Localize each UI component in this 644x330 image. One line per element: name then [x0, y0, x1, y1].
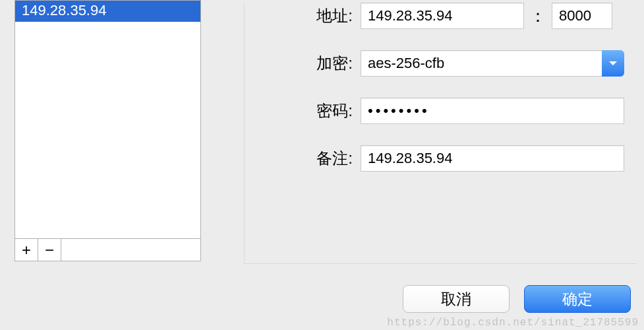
remove-server-button[interactable]: − [38, 239, 61, 261]
address-port-separator: ： [524, 5, 552, 28]
password-label: 密码: [301, 100, 361, 121]
address-label: 地址: [301, 5, 361, 26]
encryption-label: 加密: [301, 53, 361, 74]
password-input[interactable] [361, 98, 624, 124]
server-list-item[interactable]: 149.28.35.94 [15, 1, 200, 22]
address-row: 地址: ： [301, 3, 637, 29]
remark-input[interactable] [361, 145, 624, 172]
password-row: 密码: [301, 98, 637, 124]
server-list[interactable]: 149.28.35.94 [15, 0, 201, 239]
ok-button[interactable]: 确定 [524, 285, 631, 313]
watermark-text: https://blog.csdn.net/sinat_21785599 [387, 317, 639, 329]
encryption-row: 加密: [301, 50, 637, 77]
remark-row: 备注: [301, 145, 637, 172]
address-input[interactable] [361, 3, 524, 29]
encryption-select-wrapper[interactable] [361, 50, 624, 77]
form-inner: 地址: ： 加密: 密码: 备注: [244, 3, 637, 264]
server-list-controls: + − [15, 239, 201, 261]
list-controls-spacer [61, 239, 200, 261]
dialog-buttons: 取消 确定 [403, 285, 631, 313]
cancel-button[interactable]: 取消 [403, 285, 510, 313]
encryption-select[interactable] [361, 50, 624, 77]
port-input[interactable] [552, 3, 612, 29]
remark-label: 备注: [301, 148, 361, 169]
server-sidebar: 149.28.35.94 + − [15, 0, 212, 264]
preferences-dialog: 149.28.35.94 + − 地址: ： 加密: [0, 0, 644, 264]
add-server-button[interactable]: + [15, 239, 38, 261]
server-config-panel: 地址: ： 加密: 密码: 备注: [244, 0, 639, 264]
